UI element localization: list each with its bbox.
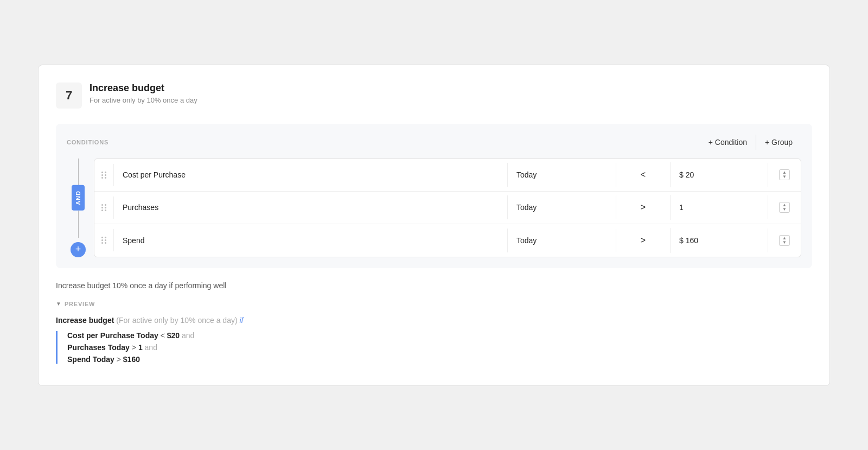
preview-line-2-and: and <box>145 343 157 352</box>
conditions-section: CONDITIONS + Condition + Group AND + <box>56 124 812 268</box>
preview-line-3-value: $160 <box>123 355 140 364</box>
spinner-3[interactable]: ▲ ▼ <box>768 227 801 253</box>
rule-subtitle: For active only by 10% once a day <box>90 96 197 104</box>
preview-line-3: Spend Today > $160 <box>67 355 812 364</box>
preview-intro: Increase budget (For active only by 10% … <box>56 316 812 325</box>
description-text: Increase budget 10% once a day if perfor… <box>56 281 812 290</box>
conditions-table: Cost per Purchase Today < $ 20 ▲ ▼ <box>94 159 801 257</box>
conditions-actions: + Condition + Group <box>700 135 801 150</box>
operator-3: > <box>616 228 671 253</box>
main-card: 7 Increase budget For active only by 10%… <box>38 65 830 386</box>
spinner-2[interactable]: ▲ ▼ <box>768 194 801 220</box>
rule-icon: 7 <box>56 83 82 109</box>
table-row: Cost per Purchase Today < $ 20 ▲ ▼ <box>94 159 801 192</box>
metric-3: Spend <box>114 229 508 252</box>
and-column: AND + <box>67 159 90 257</box>
value-3: $ 160 <box>671 229 768 252</box>
timeframe-1: Today <box>508 163 616 187</box>
preview-line-2-metric: Purchases Today <box>67 343 130 352</box>
and-badge: AND <box>72 185 85 211</box>
timeframe-3: Today <box>508 229 616 252</box>
metric-1: Cost per Purchase <box>114 163 508 187</box>
operator-2: > <box>616 195 671 220</box>
spinner-1[interactable]: ▲ ▼ <box>768 162 801 188</box>
preview-conditions-list: Cost per Purchase Today < $20 and Purcha… <box>56 331 812 364</box>
table-row: Spend Today > $ 160 ▲ ▼ <box>94 224 801 257</box>
add-condition-button[interactable]: + Condition <box>700 135 756 150</box>
drag-handle-3[interactable] <box>94 229 114 251</box>
preview-line-1-value: $20 <box>167 331 180 340</box>
preview-line-2: Purchases Today > 1 and <box>67 343 812 352</box>
value-1: $ 20 <box>671 163 768 187</box>
preview-line-3-operator: > <box>117 355 123 364</box>
preview-line-1-and: and <box>182 331 194 340</box>
timeframe-2: Today <box>508 195 616 219</box>
conditions-body: AND + Cost per Purchase Today <box>67 159 801 257</box>
value-2: 1 <box>671 195 768 219</box>
add-and-condition-button[interactable]: + <box>71 242 86 257</box>
preview-line-2-value: 1 <box>138 343 143 352</box>
add-group-button[interactable]: + Group <box>756 135 801 150</box>
rule-title: Increase budget <box>90 83 197 94</box>
preview-line-2-operator: > <box>132 343 138 352</box>
header-section: 7 Increase budget For active only by 10%… <box>56 83 812 109</box>
preview-label: PREVIEW <box>65 301 95 307</box>
operator-1: < <box>616 162 671 187</box>
preview-line-3-metric: Spend Today <box>67 355 114 364</box>
drag-handle-1[interactable] <box>94 164 114 186</box>
preview-line-1-metric: Cost per Purchase Today <box>67 331 158 340</box>
table-row: Purchases Today > 1 ▲ ▼ <box>94 192 801 224</box>
preview-toggle[interactable]: ▼ PREVIEW <box>56 301 812 307</box>
metric-2: Purchases <box>114 195 508 219</box>
preview-if-keyword: if <box>240 316 244 325</box>
preview-line-1-operator: < <box>161 331 167 340</box>
header-text: Increase budget For active only by 10% o… <box>90 83 197 104</box>
drag-handle-2[interactable] <box>94 197 114 219</box>
preview-title: Increase budget <box>56 316 114 325</box>
preview-line-1: Cost per Purchase Today < $20 and <box>67 331 812 340</box>
preview-chevron-icon: ▼ <box>56 301 61 307</box>
conditions-label: CONDITIONS <box>67 139 108 145</box>
conditions-header: CONDITIONS + Condition + Group <box>67 135 801 150</box>
preview-parens-text: (For active only by 10% once a day) <box>116 316 237 325</box>
